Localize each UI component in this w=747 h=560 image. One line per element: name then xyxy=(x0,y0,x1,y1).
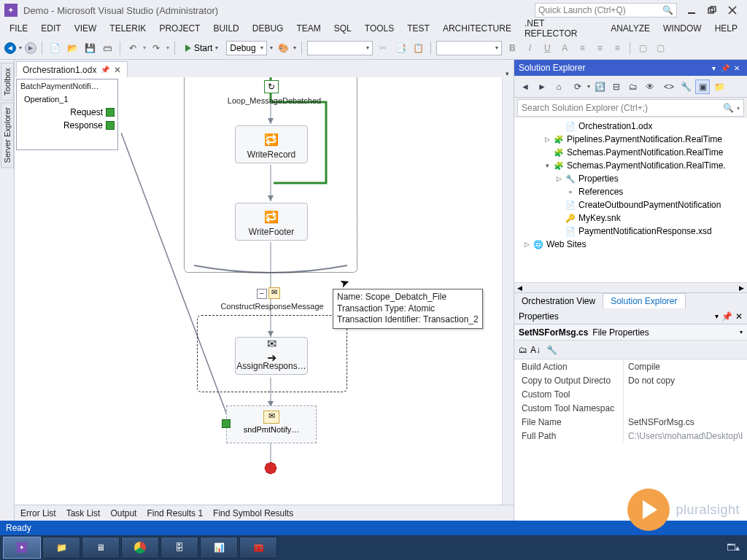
tab-error-list[interactable]: Error List xyxy=(20,508,56,518)
property-row[interactable]: Copy to Output DirectoDo not copy xyxy=(514,373,747,387)
task-file-explorer[interactable]: 📁 xyxy=(42,537,80,559)
preview-icon[interactable]: 👁 xyxy=(643,79,657,94)
property-row[interactable]: Full PathC:\Users\mohamad\Desktop\I xyxy=(514,429,747,443)
menu-team[interactable]: TEAM xyxy=(290,22,327,35)
expand-icon[interactable]: ▾ xyxy=(543,162,551,169)
shape-write-footer[interactable]: 🔁 WriteFooter xyxy=(235,203,308,241)
task-remote-desktop[interactable]: 🖥 xyxy=(82,537,120,559)
categorized-icon[interactable]: 🗂 xyxy=(519,345,527,355)
alphabetical-icon[interactable]: A↓ xyxy=(530,345,541,355)
bold-icon[interactable]: B xyxy=(505,41,519,55)
tree-node[interactable]: 🧩Schemas.PaymentNotification.RealTime xyxy=(514,146,747,159)
menu-edit[interactable]: EDIT xyxy=(34,22,67,35)
close-icon[interactable]: ✕ xyxy=(114,65,121,75)
scope-toggle-button[interactable]: − xyxy=(257,289,267,299)
properties-subject[interactable]: SetNSForMsg.cs File Properties ▾ xyxy=(514,324,747,341)
port-surface[interactable]: BatchPaymentNotifi… Operation_1 Request … xyxy=(16,79,118,150)
platform-icon[interactable]: 🎨 xyxy=(276,41,290,55)
collapse-all-icon[interactable]: ⊟ xyxy=(609,79,624,94)
orchestration-canvas[interactable]: ↻ Loop_MessageDebatched 🔁 WriteRecord 🔁 … xyxy=(121,77,502,505)
copy-icon[interactable]: 📑 xyxy=(393,41,408,55)
shape-write-record[interactable]: 🔁 WriteRecord xyxy=(235,125,308,163)
nav-back-button[interactable]: ◄ xyxy=(4,42,16,54)
expand-icon[interactable]: ▷ xyxy=(523,241,530,248)
new-project-icon[interactable]: 📄 xyxy=(47,41,62,55)
property-value[interactable]: Do not copy xyxy=(624,373,747,387)
font-combo[interactable]: ▾ xyxy=(436,41,502,55)
tab-orchestration-view[interactable]: Orchestration View xyxy=(514,294,603,308)
tree-node[interactable]: 📄CreateOutboundPaymentNotification xyxy=(514,198,747,211)
menu-tools[interactable]: TOOLS xyxy=(358,22,400,35)
property-value[interactable] xyxy=(624,401,747,415)
panel-menu-icon[interactable]: ▾ xyxy=(708,62,719,74)
solution-explorer-search[interactable]: Search Solution Explorer (Ctrl+;) 🔍 ▾ xyxy=(517,99,744,117)
close-icon[interactable]: ✕ xyxy=(735,311,743,322)
properties-header[interactable]: Properties ▾ 📌 ✕ xyxy=(514,308,747,324)
menu-window[interactable]: WINDOW xyxy=(657,22,708,35)
property-value[interactable]: SetNSForMsg.cs xyxy=(624,415,747,429)
tree-node[interactable]: 📄PaymentNotificationResponse.xsd xyxy=(514,225,747,238)
redo-icon[interactable]: ↷ xyxy=(149,41,163,55)
expand-icon[interactable]: ▷ xyxy=(543,136,551,143)
tab-output[interactable]: Output xyxy=(110,508,136,518)
property-row[interactable]: Custom Tool xyxy=(514,387,747,401)
menu-build[interactable]: BUILD xyxy=(206,22,245,35)
underline-icon[interactable]: U xyxy=(540,41,554,55)
pin-icon[interactable]: 📌 xyxy=(101,66,109,74)
expand-icon[interactable]: ▷ xyxy=(555,175,562,182)
tree-node[interactable]: ▫References xyxy=(514,185,747,198)
port-connector-icon[interactable] xyxy=(106,121,115,130)
shape-send[interactable]: ✉ sndPmtNotify… xyxy=(226,405,317,443)
solution-explorer-tree[interactable]: 📄Orchestration1.odx▷🧩Pipelines.PaymentNo… xyxy=(514,118,747,282)
menu-view[interactable]: VIEW xyxy=(68,22,104,35)
properties-grid[interactable]: Build ActionCompileCopy to Output Direct… xyxy=(514,359,747,521)
tab-find-results-1[interactable]: Find Results 1 xyxy=(147,508,203,518)
align-right-icon[interactable]: ≡ xyxy=(610,41,624,55)
task-app-1[interactable]: 🗄 xyxy=(160,537,198,559)
tree-node[interactable]: ▷🧩Pipelines.PaymentNotification.RealTime xyxy=(514,133,747,146)
property-value[interactable]: C:\Users\mohamad\Desktop\I xyxy=(624,429,747,443)
task-app-3[interactable]: 🧰 xyxy=(239,537,277,559)
forward-icon[interactable]: ► xyxy=(535,79,549,94)
panel-menu-icon[interactable]: ▾ xyxy=(715,312,719,320)
pin-icon[interactable]: 📌 xyxy=(721,311,732,322)
menu-test[interactable]: TEST xyxy=(400,22,436,35)
property-row[interactable]: File NameSetNSForMsg.cs xyxy=(514,415,747,429)
tab-solution-explorer[interactable]: Solution Explorer xyxy=(603,293,685,308)
italic-icon[interactable]: I xyxy=(522,41,537,55)
port-request[interactable]: Request xyxy=(17,106,117,119)
property-row[interactable]: Custom Tool Namespac xyxy=(514,401,747,415)
document-tab[interactable]: Orchestration1.odx 📌 ✕ xyxy=(16,61,128,77)
layer-icon[interactable]: ▢ xyxy=(635,41,650,55)
cut-icon[interactable]: ✂ xyxy=(376,41,390,55)
properties-icon[interactable]: 🔧 xyxy=(678,79,693,94)
font-color-icon[interactable]: A xyxy=(557,41,572,55)
find-combo[interactable]: ▾ xyxy=(307,41,373,55)
menu-file[interactable]: FILE xyxy=(3,22,34,35)
property-value[interactable]: Compile xyxy=(624,359,747,373)
minimize-button[interactable] xyxy=(681,2,702,18)
tree-node[interactable]: ▷🌐Web Sites xyxy=(514,238,747,251)
restore-button[interactable] xyxy=(702,2,722,18)
tree-node[interactable]: ▷🔧Properties xyxy=(514,172,747,185)
new-folder-icon[interactable]: 📁 xyxy=(712,79,727,94)
port-response[interactable]: Response xyxy=(17,119,117,132)
back-icon[interactable]: ◄ xyxy=(518,79,533,94)
show-all-files-icon[interactable]: 🗂 xyxy=(626,79,640,94)
quick-launch-input[interactable]: Quick Launch (Ctrl+Q) 🔍 xyxy=(535,3,677,18)
sync-icon[interactable]: ⟳ xyxy=(570,79,585,94)
menu-telerik[interactable]: TELERIK xyxy=(103,22,152,35)
tab-task-list[interactable]: Task List xyxy=(66,508,101,518)
solution-config-combo[interactable]: Debug▾ xyxy=(226,41,267,55)
close-button[interactable] xyxy=(722,2,743,18)
menu-project[interactable]: PROJECT xyxy=(152,22,206,35)
task-visual-studio[interactable]: ✦ xyxy=(3,537,41,559)
server-explorer-tab[interactable]: Server Explorer xyxy=(1,102,14,168)
layer-icon-2[interactable]: ▢ xyxy=(653,41,667,55)
align-center-icon[interactable]: ≡ xyxy=(592,41,607,55)
menu-debug[interactable]: DEBUG xyxy=(246,22,290,35)
tree-node[interactable]: ▾🧩Schemas.PaymentNotification.RealTime. xyxy=(514,159,747,172)
property-row[interactable]: Build ActionCompile xyxy=(514,359,747,373)
home-icon[interactable]: ⌂ xyxy=(551,79,566,94)
menu-architecture[interactable]: ARCHITECTURE xyxy=(436,22,518,35)
